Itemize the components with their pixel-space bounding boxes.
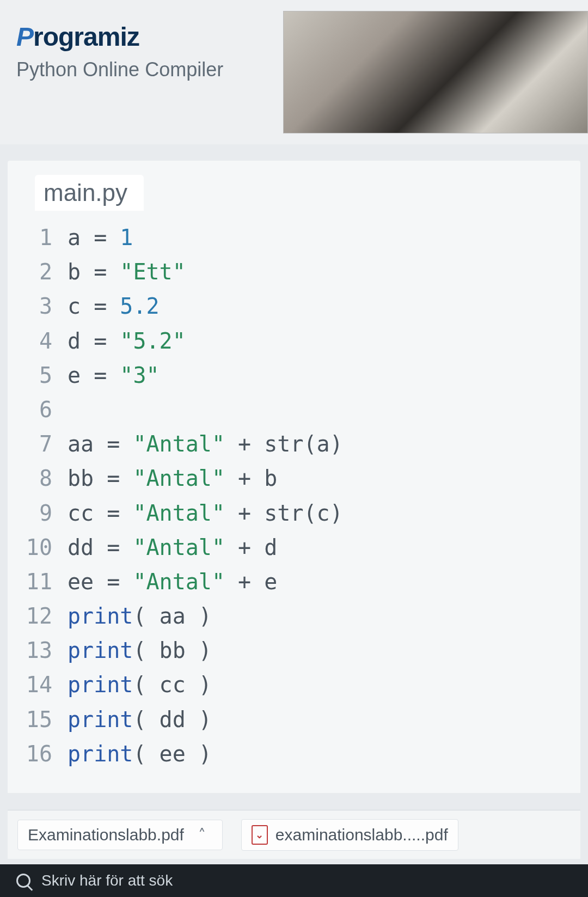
brand-rest: rogramiz (33, 22, 139, 51)
code-text[interactable]: ee = "Antal" + e (68, 565, 277, 599)
line-number: 15 (24, 703, 68, 737)
code-text[interactable]: print( cc ) (68, 668, 212, 702)
line-number: 11 (24, 565, 68, 599)
code-line[interactable]: 15print( dd ) (24, 703, 580, 737)
code-text[interactable]: d = "5.2" (68, 324, 186, 358)
code-text[interactable]: cc = "Antal" + str(c) (68, 496, 343, 530)
tab-bar: main.py (8, 161, 580, 221)
code-line[interactable]: 6 (24, 393, 580, 427)
code-text[interactable]: e = "3" (68, 358, 160, 393)
code-line[interactable]: 7aa = "Antal" + str(a) (24, 427, 580, 461)
code-text[interactable]: a = 1 (68, 221, 133, 255)
line-number: 12 (24, 599, 68, 633)
brand-first-letter: P (16, 22, 33, 51)
code-text[interactable]: print( dd ) (68, 703, 212, 737)
page-subtitle: Python Online Compiler (16, 58, 223, 81)
code-text[interactable]: print( ee ) (68, 737, 212, 771)
taskbar-search-text[interactable]: Skriv här för att sök (41, 872, 173, 889)
code-text[interactable]: aa = "Antal" + str(a) (68, 427, 343, 461)
download-item-2[interactable]: ⌄ examinationslabb.....pdf (241, 819, 458, 851)
code-text[interactable]: print( bb ) (68, 633, 212, 668)
brand-logo[interactable]: Programiz (16, 22, 223, 52)
code-line[interactable]: 11ee = "Antal" + e (24, 565, 580, 599)
code-line[interactable]: 3c = 5.2 (24, 289, 580, 324)
line-number: 2 (24, 255, 68, 289)
code-line[interactable]: 2b = "Ett" (24, 255, 580, 289)
download-label-1: Examinationslabb.pdf (28, 826, 184, 844)
line-number: 10 (24, 530, 68, 565)
code-text[interactable]: b = "Ett" (68, 255, 186, 289)
code-text[interactable]: bb = "Antal" + b (68, 461, 277, 496)
code-line[interactable]: 14print( cc ) (24, 668, 580, 702)
code-line[interactable]: 5e = "3" (24, 358, 580, 393)
brand-block: Programiz Python Online Compiler (16, 11, 223, 81)
code-line[interactable]: 10dd = "Antal" + d (24, 530, 580, 565)
line-number: 4 (24, 324, 68, 358)
windows-taskbar[interactable]: Skriv här för att sök (0, 864, 588, 897)
download-item-1[interactable]: Examinationslabb.pdf ˄ (17, 820, 223, 850)
code-text[interactable]: print( aa ) (68, 599, 212, 633)
line-number: 6 (24, 393, 68, 427)
code-line[interactable]: 12print( aa ) (24, 599, 580, 633)
code-text[interactable]: c = 5.2 (68, 289, 160, 324)
line-number: 1 (24, 221, 68, 255)
code-line[interactable]: 9cc = "Antal" + str(c) (24, 496, 580, 530)
line-number: 5 (24, 358, 68, 393)
code-line[interactable]: 16print( ee ) (24, 737, 580, 771)
pdf-icon: ⌄ (252, 825, 268, 845)
line-number: 8 (24, 461, 68, 496)
download-label-2: examinationslabb.....pdf (275, 826, 448, 844)
code-line[interactable]: 13print( bb ) (24, 633, 580, 668)
chevron-up-icon[interactable]: ˄ (192, 826, 212, 844)
line-number: 14 (24, 668, 68, 702)
editor-section: main.py 1a = 12b = "Ett"3c = 5.24d = "5.… (8, 161, 580, 793)
line-number: 16 (24, 737, 68, 771)
code-line[interactable]: 1a = 1 (24, 221, 580, 255)
line-number: 7 (24, 427, 68, 461)
code-line[interactable]: 8bb = "Antal" + b (24, 461, 580, 496)
line-number: 9 (24, 496, 68, 530)
line-number: 13 (24, 633, 68, 668)
ad-image[interactable] (283, 11, 588, 133)
line-number: 3 (24, 289, 68, 324)
page-header: Programiz Python Online Compiler (0, 0, 588, 144)
code-editor[interactable]: 1a = 12b = "Ett"3c = 5.24d = "5.2"5e = "… (8, 221, 580, 771)
code-text[interactable]: dd = "Antal" + d (68, 530, 277, 565)
downloads-bar: Examinationslabb.pdf ˄ ⌄ examinationslab… (8, 810, 580, 859)
search-icon[interactable] (16, 874, 30, 888)
tab-main-py[interactable]: main.py (35, 175, 144, 211)
code-line[interactable]: 4d = "5.2" (24, 324, 580, 358)
